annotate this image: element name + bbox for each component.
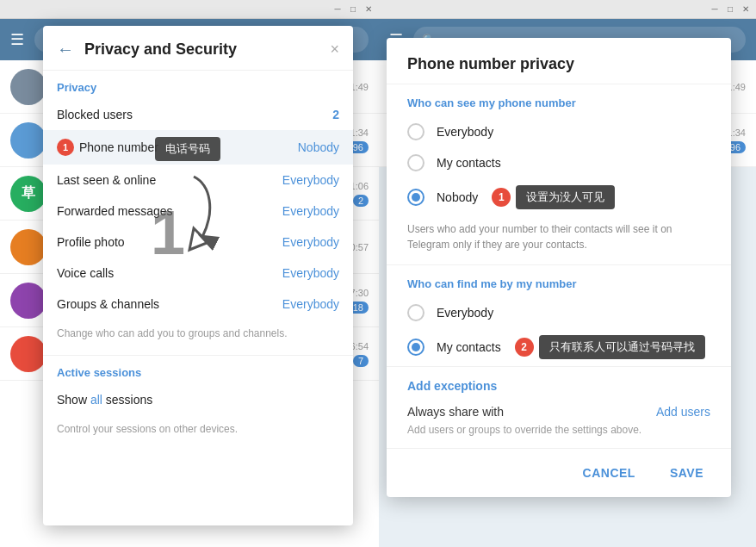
unread-badge: 7 [353,355,369,367]
groups-channels-item[interactable]: Groups & channels Everybody [43,289,353,320]
avatar: 草 [10,176,46,212]
my-contacts-find-label: My contacts [437,340,501,354]
nobody-see-radio[interactable] [407,189,424,206]
show-all-sessions-label: Show all sessions [57,393,339,407]
left-window-chrome: ─ □ ✕ [0,0,379,19]
my-contacts-see-radio[interactable] [407,154,424,171]
add-exceptions-label: Add exceptions [407,379,497,393]
see-note: Users who add your number to their conta… [387,216,731,265]
nobody-see-label: Nobody [437,190,478,204]
add-users-link[interactable]: Add users [656,405,710,419]
last-seen-item[interactable]: Last seen & online Everybody [43,165,353,196]
everybody-see-radio[interactable] [407,123,424,140]
forwarded-messages-label: Forwarded messages [57,204,282,218]
everybody-find-option[interactable]: Everybody [387,297,731,328]
phone-privacy-body: Who can see my phone number Everybody My… [387,84,731,497]
add-exceptions-section: Add exceptions [387,367,731,400]
groups-section-desc: Change who can add you to groups and cha… [43,320,353,351]
minimize-btn-right[interactable]: ─ [708,3,722,16]
phone-privacy-dialog: Phone number privacy Who can see my phon… [387,38,731,497]
phone-number-item[interactable]: 1 Phone number Nobody 电话号码 [43,130,353,165]
blocked-users-item[interactable]: Blocked users 2 [43,99,353,130]
my-contacts-find-radio[interactable] [407,339,424,356]
phone-number-value: Nobody [298,140,339,154]
avatar [10,336,46,372]
dialog-body: Privacy Blocked users 2 1 Phone number N… [43,71,353,525]
who-can-see-label: Who can see my phone number [387,84,731,116]
blocked-users-label: Blocked users [57,108,332,121]
groups-channels-label: Groups & channels [57,297,282,311]
forwarded-messages-value: Everybody [282,204,339,218]
everybody-see-label: Everybody [437,125,493,139]
avatar [10,283,46,319]
dialog-header: ← Privacy and Security × [43,26,353,71]
my-contacts-see-option[interactable]: My contacts [387,147,731,178]
everybody-see-option[interactable]: Everybody [387,116,731,147]
voice-calls-label: Voice calls [57,266,282,280]
maximize-btn-left[interactable]: □ [346,3,360,16]
dialog-title: Privacy and Security [84,40,330,59]
nobody-annotation: 1 设置为没人可见 [492,185,615,209]
phone-privacy-header: Phone number privacy [387,38,731,84]
who-find-label: Who can find me by my number [387,265,731,297]
cancel-button[interactable]: CANCEL [569,459,649,487]
dialog-footer: CANCEL SAVE [387,448,731,497]
annotation-num-2: 2 [515,338,534,357]
voice-calls-value: Everybody [282,266,339,280]
active-sessions-label: Active sessions [43,356,353,384]
contacts-annotation: 2 只有联系人可以通过号码寻找 [515,335,705,359]
avatar [10,122,46,159]
minimize-btn-left[interactable]: ─ [331,3,344,16]
groups-channels-value: Everybody [282,297,339,311]
right-window-chrome: ─ □ ✕ [379,0,756,19]
close-btn-right[interactable]: ✕ [739,3,753,16]
always-share-label: Always share with [407,405,504,419]
maximize-btn-right[interactable]: □ [723,3,737,16]
profile-photo-value: Everybody [282,235,339,249]
profile-photo-item[interactable]: Profile photo Everybody [43,227,353,258]
annotation-num-1: 1 [492,188,511,207]
avatar [10,229,46,265]
back-button[interactable]: ← [57,40,74,59]
last-seen-label: Last seen & online [57,173,282,187]
show-all-sessions-item[interactable]: Show all sessions [43,384,353,415]
annotation-badge-1: 1 [57,139,74,156]
exceptions-note: Add users or groups to override the sett… [387,422,731,448]
blocked-users-count: 2 [332,108,339,121]
dialog-close-button[interactable]: × [330,40,339,59]
my-contacts-find-option[interactable]: My contacts 2 只有联系人可以通过号码寻找 [387,328,731,366]
profile-photo-label: Profile photo [57,235,282,249]
forwarded-messages-item[interactable]: Forwarded messages Everybody [43,196,353,227]
phone-privacy-title: Phone number privacy [407,55,710,73]
nobody-see-option[interactable]: Nobody 1 设置为没人可见 [387,178,731,216]
always-share-row: Always share with Add users [387,400,731,422]
nobody-tooltip: 设置为没人可见 [516,185,615,209]
close-btn-left[interactable]: ✕ [362,3,375,16]
contacts-tooltip: 只有联系人可以通过号码寻找 [539,335,705,359]
everybody-find-label: Everybody [437,306,493,320]
phone-tooltip: 电话号码 [155,137,220,161]
voice-calls-item[interactable]: Voice calls Everybody [43,258,353,289]
everybody-find-radio[interactable] [407,304,424,321]
avatar [10,69,46,105]
save-button[interactable]: SAVE [656,459,717,487]
unread-badge: 2 [353,195,369,207]
my-contacts-see-label: My contacts [437,156,501,170]
last-seen-value: Everybody [282,173,339,187]
privacy-security-dialog: ← Privacy and Security × Privacy Blocked… [43,26,353,525]
active-sessions-section: Active sessions Show all sessions Contro… [43,355,353,447]
privacy-section-label: Privacy [43,71,353,99]
hamburger-icon[interactable]: ☰ [10,30,24,49]
sessions-desc: Control your sessions on other devices. [43,415,353,447]
